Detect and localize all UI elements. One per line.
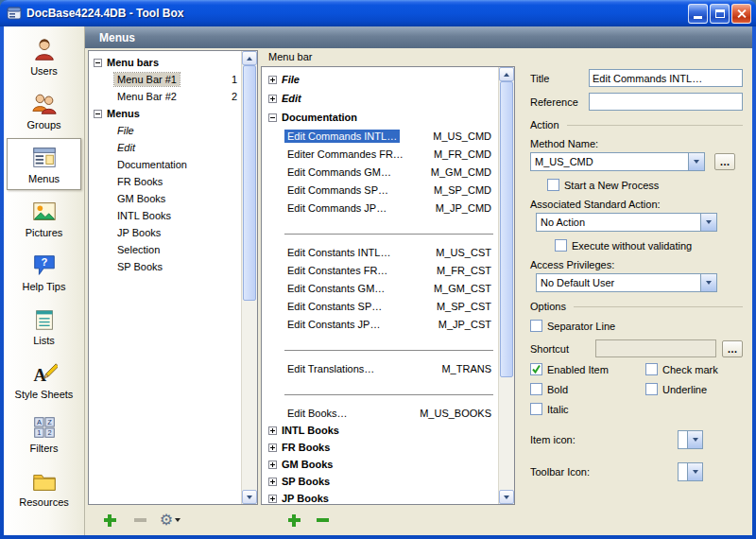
tree-menu-gm-books[interactable]: GM Books (262, 456, 498, 473)
menu-item-row[interactable]: Edit Commands INTL… M_US_CMD (262, 127, 498, 145)
sidebar-item-lists[interactable]: Lists (7, 300, 81, 352)
sidebar-item-menus[interactable]: Menus (7, 138, 81, 190)
menu-item-row[interactable]: Edit Books… M_US_BOOKS (262, 404, 498, 422)
minus-icon (134, 518, 146, 522)
tree-item-menu-jp-books[interactable]: JP Books (89, 224, 241, 241)
menu-item-row[interactable]: Edit Constants INTL… M_US_CST (262, 243, 498, 261)
menu-item-row[interactable]: Edit Translations… M_TRANS (262, 359, 498, 377)
tree-item-menu-selection[interactable]: Selection (89, 241, 241, 258)
expand-icon[interactable] (268, 76, 277, 84)
chevron-down-icon[interactable] (700, 214, 716, 231)
tree-item-menu-documentation[interactable]: Documentation (89, 156, 241, 173)
reference-input[interactable] (589, 93, 743, 111)
app-icon (7, 6, 22, 21)
tree-item-menu-intl-books[interactable]: INTL Books (89, 207, 241, 224)
tree-item-menu-fr-books[interactable]: FR Books (89, 173, 241, 190)
sidebar-item-users[interactable]: Users (7, 30, 81, 82)
shortcut-input[interactable] (595, 339, 716, 357)
tree-item-menu-sp-books[interactable]: SP Books (89, 258, 241, 275)
method-name-select[interactable]: M_US_CMD (530, 152, 705, 171)
titlebar[interactable]: DocBase4224.4DB - Tool Box (0, 0, 756, 26)
check-mark-checkbox[interactable] (645, 363, 658, 375)
scroll-up-button[interactable] (242, 51, 257, 65)
scroll-up-button[interactable] (499, 67, 514, 81)
menu-item-row[interactable]: Edit Constantes FR… M_FR_CST (262, 261, 498, 279)
menu-separator[interactable] (262, 217, 498, 243)
gear-icon (160, 513, 173, 528)
menu-item-row[interactable]: Edit Constants JP… M_JP_CST (262, 315, 498, 333)
item-icon-select[interactable] (678, 430, 703, 449)
chevron-down-icon[interactable] (688, 153, 704, 170)
chevron-down-icon[interactable] (687, 431, 702, 448)
scrollbar[interactable] (241, 51, 257, 504)
tree-group-menu-bars[interactable]: Menu bars (89, 54, 241, 71)
scrollbar[interactable] (498, 67, 514, 504)
menu-item-row[interactable]: Edit Constants SP… M_SP_CST (262, 297, 498, 315)
scroll-down-button[interactable] (499, 490, 514, 504)
add-menu-item-button[interactable] (284, 510, 304, 530)
collapse-icon[interactable] (268, 113, 277, 122)
tree-item-menu-file[interactable]: File (89, 122, 241, 139)
tree-menu-intl-books[interactable]: INTL Books (262, 422, 498, 439)
sidebar-item-resources[interactable]: Resources (7, 461, 81, 513)
sidebar-item-style-sheets[interactable]: A Style Sheets (7, 354, 81, 406)
expand-icon[interactable] (268, 495, 277, 503)
expand-icon[interactable] (268, 478, 277, 486)
title-input[interactable] (589, 69, 743, 87)
underline-checkbox[interactable] (645, 383, 658, 395)
italic-checkbox[interactable] (530, 403, 542, 415)
tree-item-menu-bar-2[interactable]: Menu Bar #2 2 (89, 88, 241, 105)
expand-icon[interactable] (268, 443, 277, 452)
tree-group-menus[interactable]: Menus (89, 105, 241, 122)
method-browse-button[interactable]: … (714, 153, 735, 170)
menu-separator[interactable] (262, 333, 498, 359)
expand-icon[interactable] (268, 426, 277, 435)
add-menu-button[interactable] (99, 510, 120, 530)
menu-item-row[interactable]: Edit Constants GM… M_GM_CST (262, 279, 498, 297)
tree-menu-sp-books[interactable]: SP Books (262, 473, 498, 490)
tree-menu-documentation[interactable]: Documentation (262, 108, 498, 127)
tree-item-menu-bar-1[interactable]: Menu Bar #1 1 (89, 71, 241, 88)
maximize-button[interactable] (710, 4, 730, 24)
tree-menu-edit[interactable]: Edit (262, 89, 498, 108)
menu-item-row[interactable]: Editer Commandes FR… M_FR_CMD (262, 145, 498, 163)
scroll-thumb[interactable] (243, 65, 256, 301)
expand-icon[interactable] (268, 95, 277, 103)
scroll-track[interactable] (242, 65, 257, 490)
scroll-track[interactable] (499, 81, 514, 490)
toolbar-icon-select[interactable] (678, 462, 703, 481)
delete-menu-button[interactable] (129, 510, 150, 530)
standard-action-select[interactable]: No Action (536, 213, 717, 232)
start-new-process-checkbox[interactable] (547, 179, 559, 191)
close-button[interactable] (731, 4, 751, 24)
scroll-thumb[interactable] (500, 81, 513, 377)
expand-icon[interactable] (268, 461, 277, 469)
minimize-button[interactable] (688, 4, 708, 24)
shortcut-browse-button[interactable]: … (722, 340, 743, 357)
menu-actions-button[interactable] (160, 510, 180, 530)
access-privileges-select[interactable]: No Default User (536, 273, 717, 292)
menu-item-row[interactable]: Edit Commands JP… M_JP_CMD (262, 199, 498, 217)
sidebar-item-groups[interactable]: Groups (7, 84, 81, 136)
bold-checkbox[interactable] (530, 383, 542, 395)
tree-item-menu-edit[interactable]: Edit (89, 139, 241, 156)
menu-item-row[interactable]: Edit Commands SP… M_SP_CMD (262, 181, 498, 199)
collapse-icon[interactable] (94, 59, 102, 67)
menu-separator[interactable] (262, 377, 498, 404)
chevron-down-icon[interactable] (687, 463, 702, 480)
sidebar-item-pictures[interactable]: Pictures (7, 192, 81, 244)
sidebar-item-filters[interactable]: A Z 1 2 Filters (7, 408, 81, 460)
tree-menu-jp-books[interactable]: JP Books (262, 490, 498, 504)
scroll-down-button[interactable] (242, 490, 257, 504)
sidebar-item-help-tips[interactable]: ? Help Tips (7, 246, 81, 298)
chevron-down-icon[interactable] (700, 274, 716, 291)
enabled-item-checkbox[interactable] (530, 363, 542, 375)
execute-without-validating-checkbox[interactable] (555, 239, 567, 252)
remove-menu-item-button[interactable] (312, 510, 333, 530)
tree-item-menu-gm-books[interactable]: GM Books (89, 190, 241, 207)
collapse-icon[interactable] (94, 110, 102, 118)
menu-item-row[interactable]: Edit Commands GM… M_GM_CMD (262, 163, 498, 181)
separator-line-checkbox[interactable] (530, 320, 542, 332)
tree-menu-fr-books[interactable]: FR Books (262, 439, 498, 456)
tree-menu-file[interactable]: File (262, 70, 498, 89)
